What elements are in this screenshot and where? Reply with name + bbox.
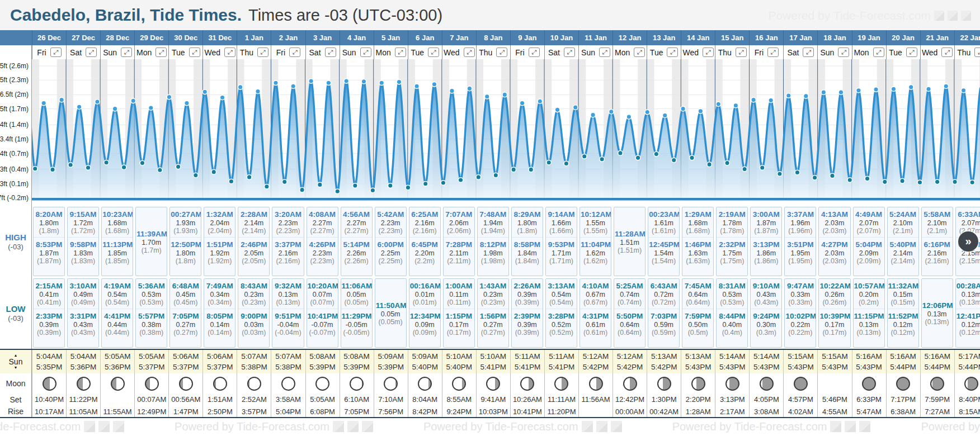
low-label: LOW xyxy=(6,304,26,314)
tide-entry: 4:26PM2.23m(2.23m) xyxy=(307,237,338,267)
weekday-cell: Sun⤢ xyxy=(578,45,613,59)
tide-height: 1.78m xyxy=(717,219,747,227)
expand-day-button[interactable]: ⤢ xyxy=(257,48,268,57)
low-tide-point xyxy=(511,167,516,172)
expand-day-button[interactable]: ⤢ xyxy=(224,48,235,57)
expand-day-button[interactable]: ⤢ xyxy=(838,48,849,57)
tide-entry: 1:56PM0.27m(0.27m) xyxy=(478,309,508,339)
tide-time: 10:22AM xyxy=(819,282,849,290)
expand-day-button[interactable]: ⤢ xyxy=(325,48,336,57)
expand-day-button[interactable]: ⤢ xyxy=(564,48,575,57)
moon-phase-cell xyxy=(749,373,783,394)
sun-cell: 5:10AM5:41PM xyxy=(476,350,510,373)
high-tide-point xyxy=(804,94,809,99)
expand-day-button[interactable]: ⤢ xyxy=(767,48,779,57)
page-title: Cabedelo, Brazil, Tide Times. xyxy=(10,6,242,25)
expand-day-button[interactable]: ⤢ xyxy=(873,48,884,57)
tide-height-alt: (2.25m) xyxy=(376,257,406,265)
low-tide-cell: 2:26AM0.39m(0.39m)2:39PM0.39m(0.39m) xyxy=(511,278,543,348)
expand-day-button[interactable]: ⤢ xyxy=(803,48,814,57)
expand-day-button[interactable]: ⤢ xyxy=(941,48,953,57)
low-row-label: LOW (-03) xyxy=(0,277,32,349)
tide-time: 9:51PM xyxy=(273,312,303,320)
tide-height: 1.62m xyxy=(581,249,610,257)
moonset-cell: 10:26AM xyxy=(510,394,544,406)
tide-entry: 2:32PM1.75m(1.75m) xyxy=(717,237,747,267)
expand-day-button[interactable]: ⤢ xyxy=(496,48,507,57)
expand-day-button[interactable]: ⤢ xyxy=(428,48,439,57)
tide-height: 1.85m xyxy=(102,249,132,257)
sunrise-time: 5:12AM xyxy=(617,351,643,362)
sunset-time: 5:44PM xyxy=(958,362,980,372)
tide-height: 1.87m xyxy=(34,249,64,257)
expand-day-button[interactable]: ⤢ xyxy=(634,48,645,57)
weekday-label: Thu xyxy=(479,48,492,57)
tide-height-alt: (0.3m) xyxy=(751,329,781,337)
tide-height: 0.67m xyxy=(581,291,610,298)
expand-day-button[interactable]: ⤢ xyxy=(360,48,371,57)
tide-entry: 11:52PM0.12m(0.12m) xyxy=(888,309,918,339)
tide-entry: 5:57PM0.38m(0.38m) xyxy=(136,309,167,339)
sunrise-time: 5:10AM xyxy=(446,351,473,362)
low-tide-point xyxy=(900,178,905,183)
weekday-cell: Fri⤢ xyxy=(271,45,305,59)
tide-entry: 10:22AM0.26m(0.26m) xyxy=(819,279,850,309)
weekday-label: Fri xyxy=(755,48,764,57)
low-tide-cell: 3:10AM0.49m(0.49m)3:31PM0.43m(0.43m) xyxy=(67,278,99,348)
expand-day-button[interactable]: ⤢ xyxy=(189,48,200,57)
tide-time: 12:45PM xyxy=(649,240,679,249)
tide-entry: 12:06PM0.13m(0.13m) xyxy=(922,298,953,328)
tide-entry: 5:42AM2.23m(2.23m) xyxy=(375,207,406,237)
moon-phase-icon xyxy=(623,377,637,391)
moon-phase-icon xyxy=(179,377,193,391)
high-tide-point xyxy=(309,79,314,84)
high-tide-point xyxy=(626,115,632,120)
tide-height: 1.92m xyxy=(205,249,234,257)
expand-day-button[interactable]: ⤢ xyxy=(703,48,714,57)
tide-time: 5:25AM xyxy=(615,282,644,290)
expand-day-button[interactable]: ⤢ xyxy=(395,48,406,57)
expand-day-button[interactable]: ⤢ xyxy=(289,48,300,57)
expand-day-button[interactable]: ⤢ xyxy=(50,48,62,57)
tide-time: 5:50PM xyxy=(615,312,644,320)
tide-height: 0.27m xyxy=(171,321,200,329)
expand-day-button[interactable]: ⤢ xyxy=(906,48,917,57)
expand-day-button[interactable]: ⤢ xyxy=(121,48,132,57)
tide-height: 2.20m xyxy=(410,249,440,257)
tide-entry: 1:00AM0.11m(0.11m) xyxy=(444,279,474,309)
expand-day-button[interactable]: ⤢ xyxy=(667,48,678,57)
expand-day-button[interactable]: ⤢ xyxy=(156,48,167,57)
low-tide-cell: 12:06PM0.13m(0.13m) xyxy=(921,278,953,348)
tide-height: 1.70m xyxy=(136,239,166,247)
expand-day-button[interactable]: ⤢ xyxy=(86,48,97,57)
high-tide-point xyxy=(450,88,455,93)
expand-day-button[interactable]: ⤢ xyxy=(736,48,747,57)
expand-day-button[interactable]: ⤢ xyxy=(464,48,475,57)
expand-day-button[interactable]: ⤢ xyxy=(974,48,980,57)
tide-height: 0.05m xyxy=(376,310,406,318)
tide-height-alt: (1.93m) xyxy=(171,227,200,235)
tide-time: 10:23AM xyxy=(102,210,132,219)
next-period-button[interactable]: » xyxy=(958,231,978,252)
tide-height: 1.94m xyxy=(478,219,508,227)
tide-time: 1:56PM xyxy=(478,312,508,320)
low-tide-point xyxy=(388,183,393,188)
date-header-row: 26 Dec27 Dec28 Dec29 Dec30 Dec31 Dec1 Ja… xyxy=(0,30,980,45)
tide-height-alt: (1.98m) xyxy=(478,257,508,265)
tide-time: 7:03PM xyxy=(649,312,679,320)
expand-day-button[interactable]: ⤢ xyxy=(599,48,610,57)
sunrise-time: 5:13AM xyxy=(685,351,712,362)
tide-height-alt: (0.44m) xyxy=(102,329,132,337)
expand-day-button[interactable]: ⤢ xyxy=(529,48,540,57)
tide-entry: 11:13PM1.85m(1.85m) xyxy=(102,237,133,267)
tide-time: 7:07AM xyxy=(444,210,474,219)
tide-time: 2:28AM xyxy=(239,210,268,219)
tide-height: 0.64m xyxy=(615,321,644,329)
moon-phase-icon xyxy=(418,377,432,391)
tide-height-alt: (1.95m) xyxy=(785,257,815,265)
high-tide-cell: 00:23AM1.61m(1.61m)12:45PM1.54m(1.54m) xyxy=(648,207,680,276)
tide-time: 2:33PM xyxy=(34,312,64,320)
date-cell: 8 Jan xyxy=(476,30,510,45)
tide-time: 6:33AM xyxy=(957,210,980,219)
date-cell: 15 Jan xyxy=(715,30,749,45)
